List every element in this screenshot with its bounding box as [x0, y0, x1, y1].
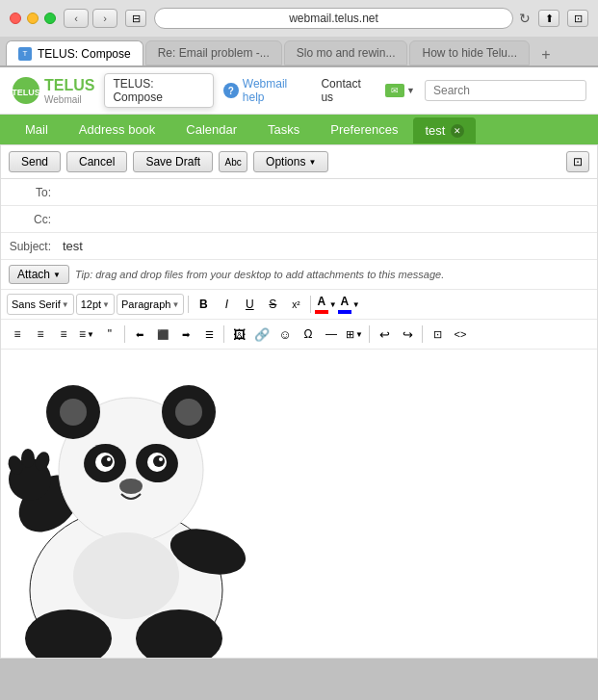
nav-calendar[interactable]: Calendar	[170, 115, 252, 144]
redo-button[interactable]: ↪	[397, 324, 418, 345]
fullscreen-button[interactable]	[44, 13, 56, 24]
webmail-help-button[interactable]: ? Webmail help	[223, 77, 311, 104]
tab-compose[interactable]: T TELUS: Compose	[6, 40, 143, 65]
sidebar-button[interactable]: ⊡	[567, 10, 588, 27]
share-button[interactable]: ⬆	[538, 10, 559, 27]
svg-point-21	[153, 455, 165, 467]
svg-point-20	[101, 455, 113, 467]
blockquote-button[interactable]: "	[99, 324, 120, 345]
nav-tasks[interactable]: Tasks	[252, 115, 315, 144]
paragraph-arrow-icon: ▼	[171, 300, 179, 309]
superscript-button[interactable]: x²	[285, 294, 306, 315]
font-size-arrow-icon: ▼	[102, 300, 110, 309]
attach-button[interactable]: Attach ▼	[9, 265, 69, 284]
separator-4	[223, 325, 224, 343]
tab-hide[interactable]: How to hide Telu...	[409, 40, 530, 65]
align-left-button[interactable]: ≡	[7, 324, 28, 345]
italic-button[interactable]: I	[216, 294, 237, 315]
forward-button[interactable]: ›	[92, 9, 117, 28]
text-align-center-button[interactable]: ⬛	[152, 324, 173, 345]
tab-slomo[interactable]: Slo mo and rewin...	[284, 40, 408, 65]
help-label: Webmail help	[243, 77, 312, 104]
horizontal-rule-button[interactable]: —	[321, 324, 342, 345]
address-bar[interactable]: webmail.telus.net	[154, 8, 513, 29]
close-button[interactable]	[10, 13, 21, 24]
cc-input[interactable]	[59, 206, 597, 232]
compose-tooltip: TELUS: Compose	[104, 73, 214, 108]
align-center-button[interactable]: ≡	[30, 324, 51, 345]
telus-logo: TELUS TELUS Webmail	[12, 76, 94, 105]
attach-tip: Tip: drag and drop files from your deskt…	[75, 269, 444, 280]
font-family-arrow-icon: ▼	[62, 300, 69, 309]
send-button[interactable]: Send	[9, 151, 61, 172]
text-align-justify-button[interactable]: ☰	[198, 324, 220, 345]
pop-out-button[interactable]: ⊡	[566, 151, 589, 172]
svg-point-15	[175, 399, 202, 426]
font-size-value: 12pt	[81, 298, 101, 310]
to-input[interactable]	[59, 179, 597, 205]
ordered-list-button[interactable]: ≡▼	[76, 324, 97, 345]
bold-button[interactable]: B	[193, 294, 214, 315]
insert-emoji-button[interactable]: ☺	[274, 324, 296, 345]
webmail-header: TELUS TELUS Webmail TELUS: Compose ? Web…	[0, 67, 598, 115]
tab-view-button[interactable]: ⊟	[125, 10, 146, 27]
url-text: webmail.telus.net	[289, 12, 378, 25]
font-color-arrow-icon: ▼	[329, 300, 337, 309]
text-align-left-button[interactable]: ⬅	[129, 324, 150, 345]
strikethrough-button[interactable]: S	[262, 294, 283, 315]
content-area[interactable]	[1, 350, 597, 658]
insert-link-button[interactable]: 🔗	[251, 324, 273, 345]
cc-field-row: Cc:	[1, 206, 597, 233]
text-align-right-button[interactable]: ➡	[175, 324, 196, 345]
nav-tasks-label: Tasks	[268, 122, 299, 137]
bg-color-button[interactable]: A ▼	[338, 294, 359, 315]
font-family-value: Sans Serif	[12, 298, 61, 310]
save-draft-button[interactable]: Save Draft	[133, 151, 213, 172]
logo-text: TELUS	[44, 77, 94, 94]
table-button[interactable]: ⊞▼	[344, 324, 365, 345]
new-tab-button[interactable]: +	[535, 44, 557, 65]
compose-toolbar: Send Cancel Save Draft Abc Options ▼ ⊡	[1, 145, 597, 179]
font-color-button[interactable]: A ▼	[315, 294, 336, 315]
subject-input[interactable]	[59, 233, 597, 259]
subject-field-row: Subject:	[1, 233, 597, 260]
font-family-dropdown[interactable]: Sans Serif ▼	[7, 294, 74, 315]
nav-mail[interactable]: Mail	[10, 115, 64, 144]
paragraph-dropdown[interactable]: Paragraph ▼	[117, 294, 184, 315]
bg-color-swatch	[338, 310, 351, 314]
nav-tab-test[interactable]: test ✕	[413, 117, 476, 143]
panda-image	[1, 350, 261, 658]
cancel-button[interactable]: Cancel	[66, 151, 127, 172]
font-size-dropdown[interactable]: 12pt ▼	[76, 294, 115, 315]
copy-format-button[interactable]: ⊡	[427, 324, 448, 345]
options-button[interactable]: Options ▼	[253, 151, 328, 172]
address-bar-container: webmail.telus.net ↻	[154, 8, 531, 29]
nav-address-book[interactable]: Address book	[64, 115, 171, 144]
format-toolbar-1: Sans Serif ▼ 12pt ▼ Paragraph ▼ B I U S …	[1, 290, 597, 320]
underline-button[interactable]: U	[239, 294, 260, 315]
reload-button[interactable]: ↻	[519, 11, 531, 26]
tab-favicon-compose: T	[18, 47, 32, 61]
search-input[interactable]	[425, 80, 586, 101]
unordered-list-button[interactable]: ≡	[53, 324, 74, 345]
nav-tab-close-icon[interactable]: ✕	[451, 124, 464, 138]
contact-us-button[interactable]: Contact us	[321, 77, 376, 104]
insert-image-button[interactable]: 🖼	[228, 324, 249, 345]
tab-label-email: Re: Email problem -...	[158, 46, 270, 60]
insert-special-char-button[interactable]: Ω	[298, 324, 319, 345]
nav-preferences[interactable]: Preferences	[315, 115, 413, 144]
nav-calendar-label: Calendar	[186, 122, 237, 137]
to-label: To:	[1, 180, 59, 205]
undo-button[interactable]: ↩	[374, 324, 395, 345]
attach-label: Attach	[17, 268, 50, 281]
back-button[interactable]: ‹	[64, 9, 89, 28]
spell-check-icon[interactable]: Abc	[219, 151, 247, 172]
minimize-button[interactable]	[27, 13, 39, 24]
tab-email-problem[interactable]: Re: Email problem -...	[145, 40, 282, 65]
nav-bar: Mail Address book Calendar Tasks Prefere…	[0, 115, 598, 144]
options-arrow-icon: ▼	[308, 158, 316, 167]
logo-sub: Webmail	[44, 94, 94, 105]
source-button[interactable]: <>	[450, 324, 471, 345]
tab-label-compose: TELUS: Compose	[38, 47, 131, 61]
mail-icon-area[interactable]: ✉ ▼	[385, 84, 415, 97]
